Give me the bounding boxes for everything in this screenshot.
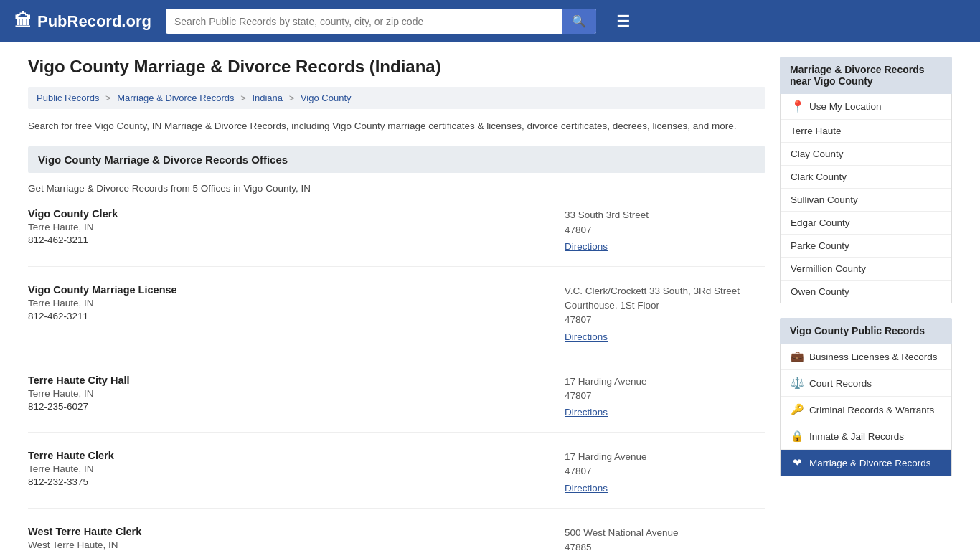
- directions-link[interactable]: Directions: [565, 241, 608, 252]
- office-right: 17 Harding Avenue47807 Directions: [565, 375, 765, 418]
- office-phone: 812-462-3211: [28, 235, 550, 245]
- public-records-item[interactable]: ⚖️Court Records: [781, 370, 951, 397]
- location-pin-icon: 📍: [791, 100, 805, 113]
- office-phone: 812-462-3211: [28, 311, 550, 321]
- office-address: 33 South 3rd Street47807: [565, 208, 765, 237]
- public-records-item[interactable]: 🔑Criminal Records & Warrants: [781, 397, 951, 423]
- office-city: Terre Haute, IN: [28, 388, 550, 399]
- public-records-list: 💼Business Licenses & Records⚖️Court Reco…: [780, 344, 952, 476]
- content-area: Vigo County Marriage & Divorce Records (…: [17, 42, 963, 551]
- office-entry: Terre Haute Clerk Terre Haute, IN 812-23…: [28, 450, 765, 509]
- office-entry: Vigo County Marriage License Terre Haute…: [28, 284, 765, 357]
- offices-list: Vigo County Clerk Terre Haute, IN 812-46…: [28, 208, 765, 551]
- nearby-header: Marriage & Divorce Records near Vigo Cou…: [780, 57, 952, 94]
- nearby-list-item[interactable]: Owen County: [781, 281, 951, 303]
- logo-text: PubRecord.org: [37, 12, 151, 31]
- record-link[interactable]: Criminal Records & Warrants: [809, 405, 934, 415]
- office-right: 17 Harding Avenue47807 Directions: [565, 450, 765, 494]
- record-link[interactable]: Inmate & Jail Records: [809, 431, 904, 442]
- nearby-link[interactable]: Vermillion County: [791, 263, 866, 274]
- breadcrumb-sep2: >: [240, 93, 248, 103]
- office-city: Terre Haute, IN: [28, 222, 550, 232]
- record-icon: 🔑: [791, 403, 804, 416]
- record-link[interactable]: Business Licenses & Records: [809, 352, 938, 362]
- offices-intro: Get Marriage & Divorce Records from 5 Of…: [28, 183, 765, 194]
- office-phone: 812-232-3375: [28, 476, 550, 487]
- public-records-item[interactable]: 🔒Inmate & Jail Records: [781, 423, 951, 450]
- office-right: V.C. Clerk/Crockett 33 South, 3Rd Street…: [565, 284, 765, 342]
- office-city: Terre Haute, IN: [28, 298, 550, 309]
- breadcrumb: Public Records > Marriage & Divorce Reco…: [28, 87, 765, 109]
- office-left: Vigo County Clerk Terre Haute, IN 812-46…: [28, 208, 565, 252]
- nearby-list: 📍 Use My Location Terre HauteClay County…: [780, 94, 952, 303]
- office-address: 17 Harding Avenue47807: [565, 450, 765, 479]
- nearby-list-item[interactable]: Clark County: [781, 166, 951, 189]
- search-button[interactable]: 🔍: [562, 9, 596, 34]
- main-content: Vigo County Marriage & Divorce Records (…: [28, 57, 765, 551]
- record-icon: ❤: [791, 456, 804, 469]
- site-header: 🏛 PubRecord.org 🔍 ☰: [0, 0, 980, 42]
- record-link[interactable]: Court Records: [809, 378, 872, 389]
- record-icon: ⚖️: [791, 377, 804, 390]
- office-address: V.C. Clerk/Crockett 33 South, 3Rd Street…: [565, 284, 765, 328]
- office-address: 500 West National Avenue47885: [565, 526, 765, 552]
- search-input[interactable]: [166, 10, 562, 33]
- public-records-section: Vigo County Public Records 💼Business Lic…: [780, 318, 952, 476]
- office-name: Vigo County Marriage License: [28, 284, 550, 296]
- nearby-list-item[interactable]: Clay County: [781, 143, 951, 166]
- public-records-item[interactable]: ❤Marriage & Divorce Records: [781, 450, 951, 476]
- page-title: Vigo County Marriage & Divorce Records (…: [28, 57, 765, 77]
- offices-section-header: Vigo County Marriage & Divorce Records O…: [28, 146, 765, 173]
- breadcrumb-indiana[interactable]: Indiana: [252, 93, 283, 103]
- nearby-link[interactable]: Sullivan County: [791, 194, 858, 205]
- nearby-list-item[interactable]: Sullivan County: [781, 189, 951, 212]
- office-right: 500 West National Avenue47885 Directions: [565, 526, 765, 552]
- logo-icon: 🏛: [14, 11, 32, 32]
- record-icon: 🔒: [791, 430, 804, 443]
- record-link[interactable]: Marriage & Divorce Records: [809, 458, 931, 468]
- nearby-link[interactable]: Parke County: [791, 240, 849, 251]
- office-city: Terre Haute, IN: [28, 463, 550, 474]
- nearby-link[interactable]: Terre Haute: [791, 126, 842, 136]
- office-entry: Vigo County Clerk Terre Haute, IN 812-46…: [28, 208, 765, 267]
- office-entry: Terre Haute City Hall Terre Haute, IN 81…: [28, 375, 765, 433]
- nearby-list-item[interactable]: Parke County: [781, 235, 951, 258]
- nearby-link[interactable]: Owen County: [791, 286, 849, 297]
- search-bar: 🔍: [166, 9, 596, 34]
- menu-icon[interactable]: ☰: [616, 12, 631, 31]
- office-left: West Terre Haute Clerk West Terre Haute,…: [28, 526, 565, 552]
- office-city: West Terre Haute, IN: [28, 540, 550, 550]
- office-name: Vigo County Clerk: [28, 208, 550, 220]
- record-icon: 💼: [791, 350, 804, 363]
- office-left: Vigo County Marriage License Terre Haute…: [28, 284, 565, 342]
- use-location-item[interactable]: 📍 Use My Location: [781, 94, 951, 120]
- nearby-list-item[interactable]: Edgar County: [781, 212, 951, 235]
- breadcrumb-sep3: >: [289, 93, 297, 103]
- office-right: 33 South 3rd Street47807 Directions: [565, 208, 765, 252]
- page-description: Search for free Vigo County, IN Marriage…: [28, 119, 765, 133]
- office-left: Terre Haute Clerk Terre Haute, IN 812-23…: [28, 450, 565, 494]
- office-entry: West Terre Haute Clerk West Terre Haute,…: [28, 526, 765, 552]
- office-left: Terre Haute City Hall Terre Haute, IN 81…: [28, 375, 565, 418]
- directions-link[interactable]: Directions: [565, 331, 608, 342]
- sidebar: Marriage & Divorce Records near Vigo Cou…: [780, 57, 952, 551]
- site-logo[interactable]: 🏛 PubRecord.org: [14, 11, 151, 32]
- office-phone: 812-235-6027: [28, 401, 550, 412]
- nearby-section: Marriage & Divorce Records near Vigo Cou…: [780, 57, 952, 303]
- office-name: Terre Haute City Hall: [28, 375, 550, 386]
- breadcrumb-sep1: >: [105, 93, 113, 103]
- public-records-item[interactable]: 💼Business Licenses & Records: [781, 344, 951, 370]
- nearby-link[interactable]: Clay County: [791, 149, 844, 159]
- directions-link[interactable]: Directions: [565, 407, 608, 418]
- nearby-list-item[interactable]: Vermillion County: [781, 258, 951, 281]
- use-location-link[interactable]: Use My Location: [809, 101, 882, 112]
- breadcrumb-marriage-records[interactable]: Marriage & Divorce Records: [117, 93, 234, 103]
- nearby-link[interactable]: Edgar County: [791, 217, 850, 228]
- directions-link[interactable]: Directions: [565, 483, 608, 494]
- office-name: Terre Haute Clerk: [28, 450, 550, 461]
- nearby-list-item[interactable]: Terre Haute: [781, 120, 951, 143]
- nearby-link[interactable]: Clark County: [791, 171, 847, 182]
- breadcrumb-public-records[interactable]: Public Records: [37, 93, 99, 103]
- office-name: West Terre Haute Clerk: [28, 526, 550, 537]
- breadcrumb-vigo-county[interactable]: Vigo County: [301, 93, 352, 103]
